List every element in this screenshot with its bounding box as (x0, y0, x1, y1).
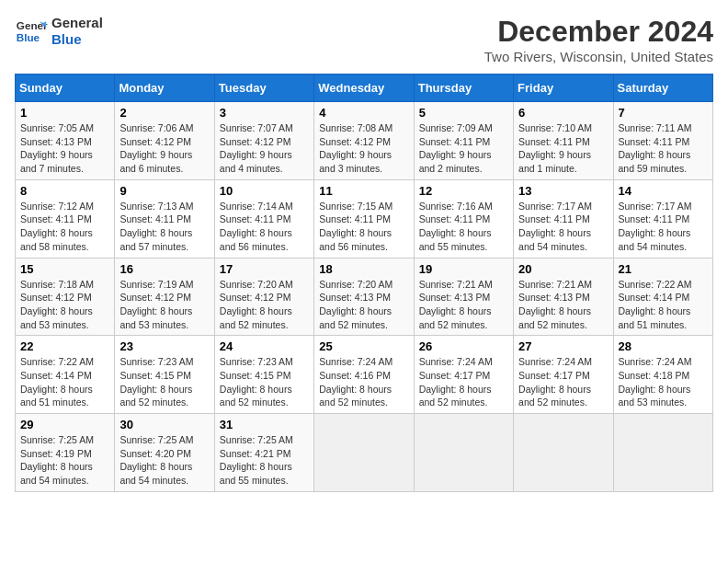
col-header-sunday: Sunday (16, 75, 115, 102)
calendar-cell: 17Sunrise: 7:20 AMSunset: 4:12 PMDayligh… (214, 258, 313, 336)
page-subtitle: Two Rivers, Wisconsin, United States (484, 49, 713, 64)
calendar-cell: 8Sunrise: 7:12 AMSunset: 4:11 PMDaylight… (16, 179, 115, 258)
day-detail: Sunrise: 7:15 AMSunset: 4:11 PMDaylight:… (319, 201, 392, 252)
calendar-cell: 25Sunrise: 7:24 AMSunset: 4:16 PMDayligh… (314, 336, 414, 414)
calendar-week-3: 15Sunrise: 7:18 AMSunset: 4:12 PMDayligh… (16, 258, 713, 336)
day-detail: Sunrise: 7:07 AMSunset: 4:12 PMDaylight:… (220, 122, 293, 174)
day-detail: Sunrise: 7:16 AMSunset: 4:11 PMDaylight:… (419, 201, 493, 252)
day-number: 25 (319, 339, 408, 353)
calendar-cell: 15Sunrise: 7:18 AMSunset: 4:12 PMDayligh… (16, 258, 115, 336)
svg-text:General: General (17, 19, 48, 31)
day-number: 5 (419, 106, 508, 120)
calendar-cell (514, 414, 613, 492)
day-detail: Sunrise: 7:24 AMSunset: 4:18 PMDaylight:… (619, 356, 692, 408)
day-detail: Sunrise: 7:14 AMSunset: 4:11 PMDaylight:… (220, 201, 293, 252)
calendar-cell: 7Sunrise: 7:11 AMSunset: 4:11 PMDaylight… (613, 102, 712, 180)
calendar-cell: 24Sunrise: 7:23 AMSunset: 4:15 PMDayligh… (214, 336, 313, 414)
day-detail: Sunrise: 7:10 AMSunset: 4:11 PMDaylight:… (518, 122, 592, 174)
day-detail: Sunrise: 7:17 AMSunset: 4:11 PMDaylight:… (518, 201, 592, 252)
day-detail: Sunrise: 7:13 AMSunset: 4:11 PMDaylight:… (119, 201, 193, 252)
calendar-cell: 4Sunrise: 7:08 AMSunset: 4:12 PMDaylight… (314, 102, 414, 180)
day-number: 7 (619, 106, 708, 120)
day-number: 8 (20, 184, 109, 198)
title-area: December 2024 Two Rivers, Wisconsin, Uni… (484, 15, 713, 64)
calendar-cell: 9Sunrise: 7:13 AMSunset: 4:11 PMDaylight… (115, 179, 214, 258)
day-number: 16 (119, 262, 209, 276)
calendar-cell: 31Sunrise: 7:25 AMSunset: 4:21 PMDayligh… (214, 414, 313, 492)
calendar-week-5: 29Sunrise: 7:25 AMSunset: 4:19 PMDayligh… (16, 414, 713, 492)
svg-text:Blue: Blue (17, 31, 40, 43)
col-header-tuesday: Tuesday (214, 75, 313, 102)
day-detail: Sunrise: 7:24 AMSunset: 4:17 PMDaylight:… (518, 356, 592, 408)
day-detail: Sunrise: 7:05 AMSunset: 4:13 PMDaylight:… (20, 122, 94, 174)
col-header-thursday: Thursday (414, 75, 513, 102)
day-number: 12 (419, 184, 508, 198)
day-number: 21 (619, 262, 708, 276)
day-detail: Sunrise: 7:17 AMSunset: 4:11 PMDaylight:… (619, 201, 692, 252)
calendar-cell: 1Sunrise: 7:05 AMSunset: 4:13 PMDaylight… (16, 102, 115, 180)
calendar-cell: 11Sunrise: 7:15 AMSunset: 4:11 PMDayligh… (314, 179, 414, 258)
calendar-cell: 19Sunrise: 7:21 AMSunset: 4:13 PMDayligh… (414, 258, 513, 336)
calendar-cell: 3Sunrise: 7:07 AMSunset: 4:12 PMDaylight… (214, 102, 313, 180)
day-number: 23 (119, 339, 209, 353)
calendar-week-4: 22Sunrise: 7:22 AMSunset: 4:14 PMDayligh… (16, 336, 713, 414)
day-number: 28 (619, 339, 708, 353)
calendar-cell: 21Sunrise: 7:22 AMSunset: 4:14 PMDayligh… (613, 258, 712, 336)
day-detail: Sunrise: 7:23 AMSunset: 4:15 PMDaylight:… (119, 356, 193, 408)
day-number: 22 (20, 339, 109, 353)
logo-line1: General (51, 15, 103, 31)
header: General Blue General Blue December 2024 … (15, 15, 713, 64)
day-number: 13 (518, 184, 608, 198)
calendar-cell: 5Sunrise: 7:09 AMSunset: 4:11 PMDaylight… (414, 102, 513, 180)
day-number: 24 (220, 339, 309, 353)
day-detail: Sunrise: 7:19 AMSunset: 4:12 PMDaylight:… (119, 279, 193, 330)
day-number: 18 (319, 262, 408, 276)
calendar-cell (613, 414, 712, 492)
calendar-cell: 13Sunrise: 7:17 AMSunset: 4:11 PMDayligh… (514, 179, 613, 258)
logo-icon: General Blue (15, 15, 48, 48)
day-number: 14 (619, 184, 708, 198)
day-detail: Sunrise: 7:25 AMSunset: 4:20 PMDaylight:… (119, 434, 193, 486)
calendar-cell: 2Sunrise: 7:06 AMSunset: 4:12 PMDaylight… (115, 102, 214, 180)
day-detail: Sunrise: 7:21 AMSunset: 4:13 PMDaylight:… (419, 279, 493, 330)
day-number: 29 (20, 418, 109, 431)
calendar-table: SundayMondayTuesdayWednesdayThursdayFrid… (15, 74, 713, 492)
calendar-cell: 28Sunrise: 7:24 AMSunset: 4:18 PMDayligh… (613, 336, 712, 414)
day-detail: Sunrise: 7:20 AMSunset: 4:12 PMDaylight:… (220, 279, 293, 330)
col-header-wednesday: Wednesday (314, 75, 414, 102)
day-number: 15 (20, 262, 109, 276)
calendar-cell: 18Sunrise: 7:20 AMSunset: 4:13 PMDayligh… (314, 258, 414, 336)
day-detail: Sunrise: 7:24 AMSunset: 4:16 PMDaylight:… (319, 356, 392, 408)
day-number: 4 (319, 106, 408, 120)
day-number: 31 (220, 418, 309, 431)
calendar-cell: 23Sunrise: 7:23 AMSunset: 4:15 PMDayligh… (115, 336, 214, 414)
day-detail: Sunrise: 7:20 AMSunset: 4:13 PMDaylight:… (319, 279, 392, 330)
day-detail: Sunrise: 7:25 AMSunset: 4:19 PMDaylight:… (20, 434, 94, 486)
calendar-cell: 14Sunrise: 7:17 AMSunset: 4:11 PMDayligh… (613, 179, 712, 258)
page-title: December 2024 (484, 15, 713, 49)
calendar-cell: 27Sunrise: 7:24 AMSunset: 4:17 PMDayligh… (514, 336, 613, 414)
day-detail: Sunrise: 7:23 AMSunset: 4:15 PMDaylight:… (220, 356, 293, 408)
calendar-cell: 22Sunrise: 7:22 AMSunset: 4:14 PMDayligh… (16, 336, 115, 414)
calendar-cell: 29Sunrise: 7:25 AMSunset: 4:19 PMDayligh… (16, 414, 115, 492)
day-number: 2 (119, 106, 209, 120)
day-detail: Sunrise: 7:11 AMSunset: 4:11 PMDaylight:… (619, 122, 692, 174)
day-detail: Sunrise: 7:18 AMSunset: 4:12 PMDaylight:… (20, 279, 94, 330)
day-number: 20 (518, 262, 608, 276)
day-number: 26 (419, 339, 508, 353)
day-detail: Sunrise: 7:22 AMSunset: 4:14 PMDaylight:… (20, 356, 94, 408)
calendar-cell: 10Sunrise: 7:14 AMSunset: 4:11 PMDayligh… (214, 179, 313, 258)
day-detail: Sunrise: 7:09 AMSunset: 4:11 PMDaylight:… (419, 122, 493, 174)
day-number: 30 (119, 418, 209, 431)
day-number: 11 (319, 184, 408, 198)
day-detail: Sunrise: 7:21 AMSunset: 4:13 PMDaylight:… (518, 279, 592, 330)
calendar-cell (414, 414, 513, 492)
calendar-cell: 16Sunrise: 7:19 AMSunset: 4:12 PMDayligh… (115, 258, 214, 336)
day-number: 17 (220, 262, 309, 276)
day-detail: Sunrise: 7:06 AMSunset: 4:12 PMDaylight:… (119, 122, 193, 174)
day-number: 10 (220, 184, 309, 198)
calendar-header-row: SundayMondayTuesdayWednesdayThursdayFrid… (16, 75, 713, 102)
day-number: 9 (119, 184, 209, 198)
col-header-monday: Monday (115, 75, 214, 102)
day-number: 1 (20, 106, 109, 120)
